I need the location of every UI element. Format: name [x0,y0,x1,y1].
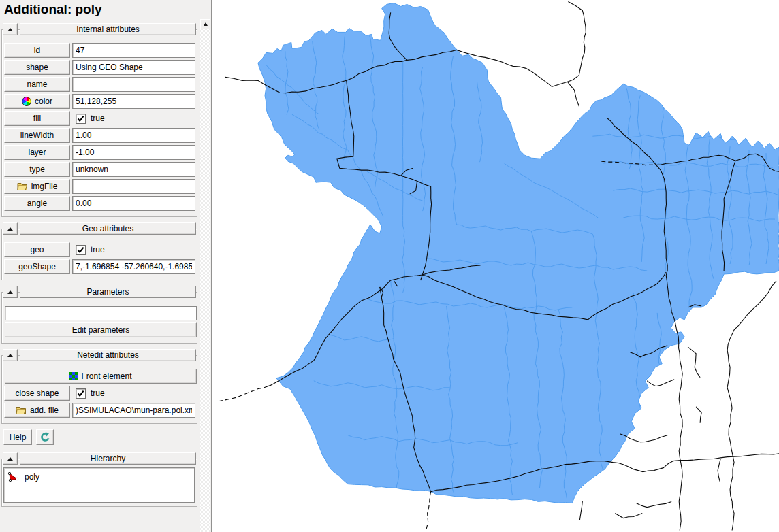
attr-label-text: angle [27,199,47,208]
row-type: type [4,162,197,177]
map-view[interactable] [211,0,779,532]
row-front-element: Front element [4,369,197,384]
checkbox-close-shape[interactable] [76,388,86,399]
reload-button[interactable] [36,429,54,445]
front-element-button[interactable]: Front element [5,369,197,384]
checkbox-value-text: true [91,245,105,254]
attr-label-text: layer [28,148,46,157]
section-netedit-attributes: Netedit attributesFront elementclose sha… [1,355,197,424]
triangle-up-icon [7,227,13,231]
map-canvas[interactable] [212,0,779,532]
attr-input-id[interactable] [72,43,195,58]
collapse-geo-attributes-button[interactable] [3,222,18,235]
attr-input-color[interactable] [72,94,195,109]
help-button[interactable]: Help [3,429,32,445]
row-add-file: add. file [4,403,197,418]
row-geoshape: geoShape [4,259,197,274]
attr-input-linewidth[interactable] [72,128,195,143]
triangle-up-icon [7,354,13,357]
checkbox-fill[interactable] [76,114,86,124]
attr-input-layer[interactable] [72,145,195,160]
section-hierarchy: Hierarchy poly [1,459,197,507]
row-fill: filltrue [4,111,197,126]
button-label: Front element [81,371,131,381]
attr-label-text: shape [26,63,48,72]
section-title-geo-attributes[interactable]: Geo attributes [20,222,196,235]
attr-label-imgfile-button[interactable]: imgFile [4,179,70,194]
triangle-up-icon [7,290,13,294]
scroll-up-button[interactable] [200,19,210,29]
attr-label-text: imgFile [31,182,58,191]
attr-input-add-file[interactable] [72,403,195,418]
row-edit-parameters: Edit parameters [4,322,197,337]
row-name: name [4,77,197,92]
front-element-icon [69,372,78,380]
row-geo: geotrue [4,242,197,257]
collapse-internal-attributes-button[interactable] [3,23,18,35]
polygon-icon [7,472,20,482]
row-shape: shape [4,60,197,75]
attr-label-color-button[interactable]: color [4,94,70,109]
attr-label-angle-button[interactable]: angle [4,196,70,211]
reload-icon [39,432,51,443]
attr-label-text: lineWidth [20,131,54,140]
triangle-up-icon [7,457,13,461]
collapse-hierarchy-button[interactable] [3,452,18,465]
attr-label-geoshape-button[interactable]: geoShape [4,259,70,274]
section-geo-attributes: Geo attributesgeotruegeoShape [1,229,197,280]
attr-label-shape-button[interactable]: shape [4,60,70,75]
attr-label-linewidth-button[interactable]: lineWidth [4,128,70,143]
attr-input-imgfile[interactable] [72,179,195,194]
section-title-parameters[interactable]: Parameters [20,286,196,298]
attr-label-add-file-button[interactable]: add. file [4,403,70,418]
checkmark-icon [77,246,84,254]
section-title-internal-attributes[interactable]: Internal attributes [20,23,196,35]
section-title-hierarchy[interactable]: Hierarchy [20,452,196,465]
color-wheel-icon [22,97,31,106]
edit-parameters-button[interactable]: Edit parameters [5,322,197,337]
section-internal-attributes: Internal attributesidshapenamecolorfillt… [1,29,197,217]
row-linewidth: lineWidth [4,128,197,143]
attr-label-text: id [34,46,40,55]
row-close-shape: close shapetrue [4,386,197,401]
attr-input-name[interactable] [72,77,195,92]
collapse-netedit-attributes-button[interactable] [3,349,18,361]
attr-label-text: add. file [30,405,59,415]
panel-title: Additional: poly [4,1,211,18]
attr-label-type-button[interactable]: type [4,162,70,177]
parameters-input[interactable] [5,306,197,320]
attr-label-layer-button[interactable]: layer [4,145,70,160]
folder-icon [17,182,28,190]
button-label: Edit parameters [72,325,130,335]
hierarchy-list: poly [3,467,195,503]
folder-icon [16,406,27,414]
attr-input-geoshape[interactable] [72,259,195,274]
hierarchy-item-poly[interactable]: poly [7,471,191,483]
attr-label-text: color [35,97,52,106]
row-id: id [4,43,197,58]
checkbox-value-text: true [91,114,105,123]
attr-label-id-button[interactable]: id [4,43,70,58]
panel-scrollbar[interactable] [200,19,210,532]
attr-input-shape[interactable] [72,60,195,75]
row [4,305,197,320]
attr-label-text: geoShape [18,262,56,271]
row-imgfile: imgFile [4,179,197,194]
collapse-parameters-button[interactable] [3,286,18,298]
attr-label-name-button[interactable]: name [4,77,70,92]
attr-input-angle[interactable] [72,196,195,211]
attr-label-close-shape-button[interactable]: close shape [4,386,70,401]
attr-label-geo-button[interactable]: geo [4,242,70,257]
attr-label-text: type [29,165,45,174]
attr-label-text: name [27,80,47,89]
triangle-up-icon [7,28,13,31]
row-color: color [4,94,197,109]
help-row: Help [3,429,211,445]
checkbox-geo[interactable] [76,245,86,255]
checkmark-icon [77,115,84,122]
attr-label-fill-button[interactable]: fill [4,111,70,126]
attribute-panel: Additional: poly Internal attributesidsh… [0,0,211,532]
attr-input-type[interactable] [72,162,195,177]
section-title-netedit-attributes[interactable]: Netedit attributes [20,349,196,361]
row-angle: angle [4,196,197,211]
